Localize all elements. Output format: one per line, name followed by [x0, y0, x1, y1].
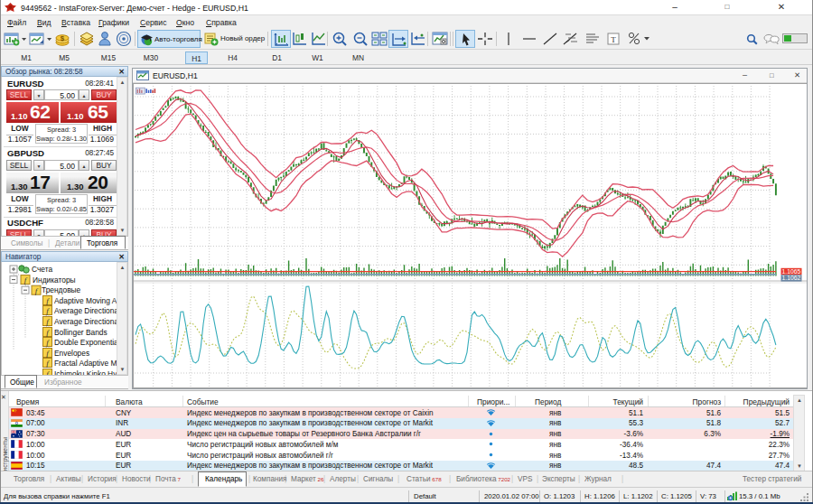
svg-text:T: T	[611, 35, 616, 44]
svg-text:1.1062: 1.1062	[782, 275, 801, 281]
svg-text:1.1065: 1.1065	[782, 268, 801, 275]
svg-text:$: $	[61, 34, 65, 42]
